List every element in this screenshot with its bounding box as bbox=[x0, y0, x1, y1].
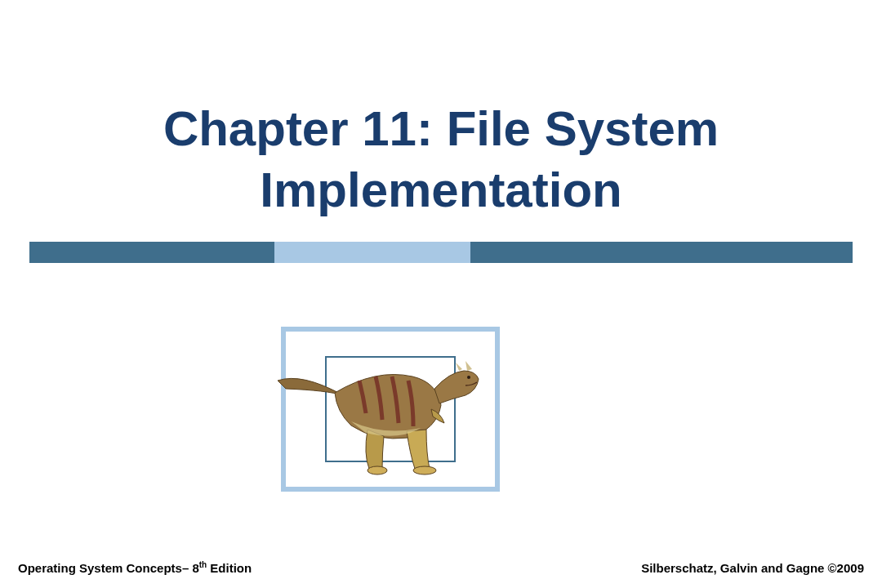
slide-footer: Operating System Concepts– 8th Edition S… bbox=[18, 560, 864, 575]
svg-point-2 bbox=[467, 376, 470, 379]
slide-title: Chapter 11: File System Implementation bbox=[0, 98, 882, 220]
svg-point-0 bbox=[368, 466, 387, 474]
divider-segment-dark-right bbox=[470, 242, 853, 263]
footer-book-suffix: Edition bbox=[207, 561, 252, 575]
dinosaur-icon bbox=[270, 332, 498, 479]
svg-point-1 bbox=[413, 466, 436, 474]
title-divider-bar bbox=[29, 242, 853, 263]
title-line-2: Implementation bbox=[260, 163, 621, 217]
image-frame bbox=[281, 327, 500, 492]
footer-book-sup: th bbox=[199, 560, 207, 569]
footer-credits: Silberschatz, Galvin and Gagne ©2009 bbox=[641, 561, 864, 575]
footer-book-title: Operating System Concepts– 8th Edition bbox=[18, 560, 252, 575]
divider-segment-light bbox=[274, 242, 470, 263]
title-line-1: Chapter 11: File System bbox=[163, 101, 719, 156]
divider-segment-dark-left bbox=[29, 242, 274, 263]
footer-book-prefix: Operating System Concepts– 8 bbox=[18, 561, 199, 575]
image-inset-border bbox=[325, 356, 456, 462]
